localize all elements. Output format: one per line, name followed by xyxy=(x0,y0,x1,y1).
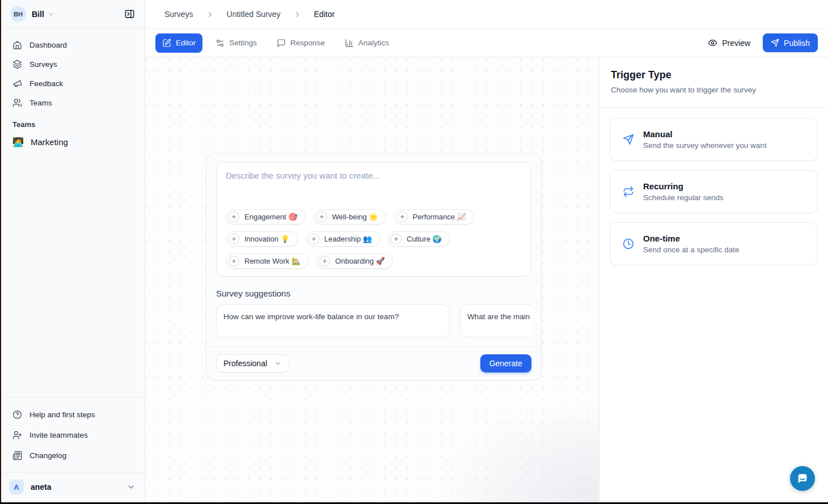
layers-icon xyxy=(12,60,22,69)
topic-chip-performance[interactable]: Performance 📈 xyxy=(394,209,474,225)
user-plus-icon xyxy=(12,430,22,440)
tab-analytics[interactable]: Analytics xyxy=(338,33,396,53)
account-menu[interactable]: A aneta xyxy=(0,472,145,502)
topic-chip-culture[interactable]: Culture 🌍 xyxy=(388,231,450,247)
message-square-icon xyxy=(277,39,286,48)
workspace-switcher[interactable]: BH Bill xyxy=(0,0,145,28)
topic-chip-wellbeing[interactable]: Well-being 🌟 xyxy=(314,209,386,225)
sidebar-footer-nav: Help and first steps Invite teammates Ch… xyxy=(0,397,145,469)
suggestions-title: Survey suggestions xyxy=(216,289,531,298)
plus-icon xyxy=(316,211,327,222)
sidebar-item-label: Dashboard xyxy=(29,41,67,49)
topic-chip-onboarding[interactable]: Onboarding 🚀 xyxy=(316,253,393,269)
sidebar-item-label: Surveys xyxy=(29,60,57,69)
trigger-panel: Trigger Type Choose how you want to trig… xyxy=(599,57,828,502)
chip-label: Culture 🌍 xyxy=(407,235,442,243)
tab-settings[interactable]: Settings xyxy=(209,33,264,53)
edit-icon xyxy=(162,39,171,48)
sidebar-item-surveys[interactable]: Surveys xyxy=(7,54,138,74)
suggestion-card[interactable]: What are the main ob xyxy=(460,304,531,337)
plus-icon xyxy=(397,211,408,222)
breadcrumb-survey-name[interactable]: Untitled Survey xyxy=(227,10,281,19)
topbar: Surveys Untitled Survey Editor Editor xyxy=(145,0,828,57)
publish-button[interactable]: Publish xyxy=(763,33,818,52)
repeat-icon xyxy=(623,186,634,197)
plus-icon xyxy=(229,256,239,266)
sidebar-team-marketing[interactable]: 🧑‍💻 Marketing xyxy=(7,131,138,153)
chat-bubble-icon xyxy=(796,472,809,485)
chip-label: Innovation 💡 xyxy=(244,235,290,243)
bar-chart-icon xyxy=(345,39,354,48)
sidebar-spacer xyxy=(0,153,145,397)
newspaper-icon xyxy=(12,451,22,460)
account-name: aneta xyxy=(31,482,52,492)
chevron-down-icon xyxy=(47,10,55,18)
trigger-option-description: Send the survey whenever you want xyxy=(643,141,767,150)
panel-subtitle: Choose how you want to trigger the surve… xyxy=(611,86,817,94)
send-icon xyxy=(771,39,779,47)
survey-composer-card: Engagement 🎯 Well-being 🌟 Performance 📈 xyxy=(206,153,542,380)
sidebar-nav: Dashboard Surveys Feedback Teams xyxy=(0,28,145,153)
chip-label: Performance 📈 xyxy=(413,213,466,221)
sidebar-item-dashboard[interactable]: Dashboard xyxy=(7,35,138,54)
team-label: Marketing xyxy=(31,137,68,147)
plus-icon xyxy=(229,211,239,222)
publish-label: Publish xyxy=(784,39,810,48)
topic-chip-remote-work[interactable]: Remote Work 🏡 xyxy=(226,253,309,269)
composer-footer: Professional Generate xyxy=(206,346,541,380)
sidebar-item-label: Changelog xyxy=(29,451,66,460)
trigger-option-description: Schedule regular sends xyxy=(643,193,724,202)
app-root: BH Bill Dashboard Surv xyxy=(0,0,828,504)
send-icon xyxy=(623,134,634,145)
megaphone-icon xyxy=(12,79,22,88)
tab-editor[interactable]: Editor xyxy=(155,33,202,53)
clock-icon xyxy=(623,238,634,249)
screen-edge-artifact xyxy=(0,0,1,504)
editor-toolbar: Editor Settings Response xyxy=(145,29,828,57)
preview-button[interactable]: Preview xyxy=(708,38,750,48)
chevron-down-icon xyxy=(126,482,136,492)
sidebar-collapse-button[interactable] xyxy=(121,6,138,23)
chevron-down-icon xyxy=(274,359,282,367)
plus-icon xyxy=(391,234,402,244)
breadcrumb-current: Editor xyxy=(314,10,335,19)
plus-icon xyxy=(229,234,239,244)
sidebar-item-help[interactable]: Help and first steps xyxy=(7,404,138,425)
workspace-avatar: BH xyxy=(10,6,26,22)
topic-chip-innovation[interactable]: Innovation 💡 xyxy=(226,231,298,247)
trigger-option-title: Recurring xyxy=(643,181,724,191)
sidebar-item-label: Help and first steps xyxy=(29,410,95,419)
workspace-name: Bill xyxy=(32,10,44,19)
topic-chip-engagement[interactable]: Engagement 🎯 xyxy=(226,209,306,225)
sidebar-item-label: Feedback xyxy=(29,79,63,88)
sidebar-item-teams[interactable]: Teams xyxy=(7,93,138,112)
trigger-option-manual[interactable]: Manual Send the survey whenever you want xyxy=(610,118,818,161)
sidebar-item-feedback[interactable]: Feedback xyxy=(7,74,138,93)
panel-collapse-icon xyxy=(124,9,135,19)
composer-body: Engagement 🎯 Well-being 🌟 Performance 📈 xyxy=(206,154,541,337)
generate-button[interactable]: Generate xyxy=(480,354,531,372)
teams-section-label: Teams xyxy=(12,120,132,129)
topic-chip-leadership[interactable]: Leadership 👥 xyxy=(306,231,380,247)
sidebar-item-label: Invite teammates xyxy=(29,431,88,439)
breadcrumb-surveys[interactable]: Surveys xyxy=(164,10,193,19)
panel-title: Trigger Type xyxy=(611,69,817,81)
sidebar-item-changelog[interactable]: Changelog xyxy=(7,445,138,465)
chip-label: Leadership 👥 xyxy=(324,235,372,243)
trigger-option-title: One-time xyxy=(643,234,740,243)
trigger-option-one-time[interactable]: One-time Send once at a specific date xyxy=(610,222,818,265)
tone-value: Professional xyxy=(223,359,267,368)
sidebar-item-invite[interactable]: Invite teammates xyxy=(7,425,138,445)
trigger-option-description: Send once at a specific date xyxy=(643,245,740,254)
trigger-option-text: One-time Send once at a specific date xyxy=(643,234,740,254)
tab-response[interactable]: Response xyxy=(270,33,332,53)
trigger-option-recurring[interactable]: Recurring Schedule regular sends xyxy=(610,170,818,213)
chevron-right-icon xyxy=(293,10,302,19)
survey-description-input[interactable] xyxy=(226,171,522,209)
tone-select[interactable]: Professional xyxy=(216,354,289,372)
chip-label: Remote Work 🏡 xyxy=(244,257,301,265)
toolbar-actions: Preview Publish xyxy=(708,33,818,52)
chat-launcher-button[interactable] xyxy=(790,466,815,491)
chip-label: Engagement 🎯 xyxy=(244,213,298,221)
suggestion-card[interactable]: How can we improve work-life balance in … xyxy=(216,304,450,337)
